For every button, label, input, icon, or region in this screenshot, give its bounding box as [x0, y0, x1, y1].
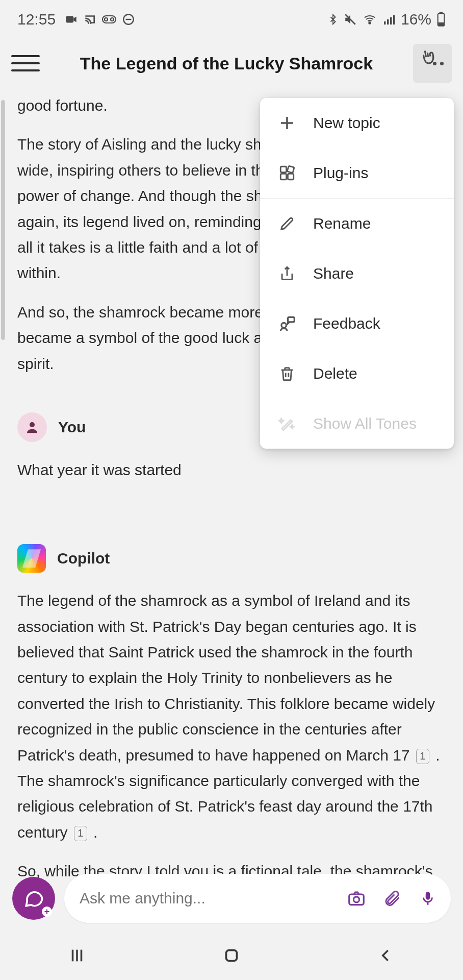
dnd-icon: [122, 13, 135, 26]
message-input-container[interactable]: [64, 874, 451, 923]
plus-icon: [276, 112, 298, 134]
pencil-icon: [276, 213, 298, 234]
svg-rect-20: [280, 174, 286, 179]
copilot-message-header: Copilot: [17, 544, 446, 573]
new-chat-button[interactable]: +: [12, 877, 55, 920]
battery-percent: 16%: [401, 11, 431, 28]
trash-icon: [276, 363, 298, 384]
svg-rect-9: [387, 19, 389, 24]
svg-rect-19: [287, 166, 294, 173]
menu-share[interactable]: Share: [260, 249, 454, 299]
svg-rect-18: [280, 166, 286, 172]
menu-label: Delete: [313, 365, 357, 382]
user-label: You: [58, 414, 86, 440]
attachment-icon[interactable]: [381, 888, 403, 909]
user-avatar: [17, 412, 47, 442]
share-icon: [276, 263, 298, 284]
svg-rect-26: [426, 892, 430, 900]
svg-rect-8: [384, 21, 386, 24]
svg-rect-14: [439, 23, 443, 25]
menu-plugins[interactable]: Plug-ins: [260, 148, 454, 199]
video-icon: [65, 13, 78, 26]
svg-point-15: [30, 422, 35, 427]
mute-icon: [344, 13, 357, 26]
camera-icon[interactable]: [346, 888, 367, 909]
user-message-text: What year it was started: [17, 457, 446, 483]
text-span: The legend of the shamrock as a symbol o…: [17, 592, 435, 763]
svg-rect-21: [288, 174, 293, 179]
svg-rect-30: [226, 950, 237, 961]
copilot-avatar: [17, 544, 46, 573]
menu-label: Feedback: [313, 315, 380, 332]
menu-label: New topic: [313, 114, 380, 132]
vr-icon: [101, 14, 117, 24]
menu-label: Plug-ins: [313, 164, 368, 182]
scroll-indicator: [1, 100, 5, 340]
svg-point-3: [111, 18, 114, 21]
composer-bar: +: [0, 874, 463, 923]
recents-button[interactable]: [62, 940, 92, 971]
citation-badge[interactable]: 1: [74, 826, 87, 841]
cast-icon: [83, 13, 96, 26]
signal-icon: [382, 13, 396, 26]
bluetooth-icon: [327, 12, 339, 27]
svg-point-7: [369, 22, 370, 23]
svg-rect-23: [288, 317, 295, 322]
menu-delete[interactable]: Delete: [260, 349, 454, 399]
menu-show-tones: Show All Tones: [260, 399, 454, 449]
text-span: .: [93, 824, 97, 841]
home-button[interactable]: [216, 940, 247, 971]
wand-icon: [276, 413, 298, 434]
svg-rect-10: [390, 17, 392, 24]
page-title: The Legend of the Lucky Shamrock: [40, 54, 413, 74]
status-bar: 12:55 16%: [0, 0, 463, 39]
menu-feedback[interactable]: Feedback: [260, 299, 454, 349]
svg-point-25: [353, 897, 359, 902]
context-menu: New topic Plug-ins Rename Share Feedback…: [260, 98, 454, 449]
svg-rect-0: [66, 16, 73, 23]
back-button[interactable]: [371, 940, 401, 971]
svg-point-2: [105, 18, 108, 21]
menu-label: Show All Tones: [313, 415, 417, 432]
app-header: The Legend of the Lucky Shamrock: [0, 39, 463, 88]
message-input[interactable]: [80, 890, 346, 907]
cursor-icon: [418, 46, 440, 74]
svg-rect-11: [393, 15, 395, 24]
svg-rect-13: [440, 12, 443, 14]
copilot-label: Copilot: [57, 546, 110, 571]
plus-badge-icon: +: [42, 906, 52, 917]
menu-label: Share: [313, 265, 354, 282]
wifi-icon: [362, 13, 377, 26]
more-options-button[interactable]: [413, 44, 452, 83]
svg-point-22: [281, 323, 287, 328]
menu-button[interactable]: [11, 49, 40, 78]
citation-badge[interactable]: 1: [416, 749, 429, 764]
microphone-icon[interactable]: [417, 888, 439, 909]
svg-rect-24: [349, 894, 364, 905]
plugins-icon: [276, 162, 298, 184]
feedback-icon: [276, 313, 298, 334]
menu-rename[interactable]: Rename: [260, 199, 454, 249]
status-time: 12:55: [17, 11, 56, 28]
system-nav-bar: [0, 931, 463, 980]
menu-new-topic[interactable]: New topic: [260, 98, 454, 148]
battery-icon: [436, 12, 446, 27]
copilot-message-text: The legend of the shamrock as a symbol o…: [17, 588, 446, 845]
menu-label: Rename: [313, 215, 371, 232]
